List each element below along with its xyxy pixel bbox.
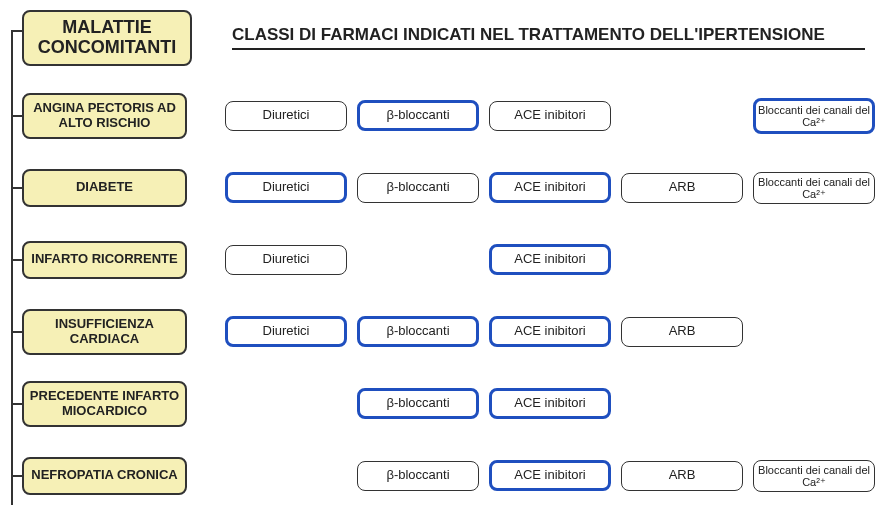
empty-cell xyxy=(621,389,743,419)
drug-ace_inibitori: ACE inibitori xyxy=(489,316,611,346)
drug-ace_inibitori: ACE inibitori xyxy=(489,244,611,274)
drug-arb: ARB xyxy=(621,317,743,347)
drug-ace_inibitori: ACE inibitori xyxy=(489,101,611,131)
drug-row: β-bloccantiACE inibitori xyxy=(225,388,875,418)
empty-cell xyxy=(753,317,875,347)
drug-ace_inibitori: ACE inibitori xyxy=(489,460,611,490)
condition-row: ANGINA PECTORIS AD ALTO RISCHIODiuretici… xyxy=(0,80,875,152)
drug-beta_bloccanti: β-bloccanti xyxy=(357,316,479,346)
empty-cell xyxy=(357,245,479,275)
drug-ca_bloccanti: Bloccanti dei canali del Ca²⁺ xyxy=(753,98,875,134)
condition-label: INFARTO RICORRENTE xyxy=(22,241,187,279)
empty-cell xyxy=(753,245,875,275)
drug-beta_bloccanti: β-bloccanti xyxy=(357,100,479,130)
connector xyxy=(11,259,23,261)
connector xyxy=(11,331,23,333)
empty-cell xyxy=(753,389,875,419)
drug-row: Diureticiβ-bloccantiACE inibitoriBloccan… xyxy=(225,98,875,134)
connector xyxy=(11,187,23,189)
drug-row: Diureticiβ-bloccantiACE inibitoriARB xyxy=(225,316,875,346)
drug-beta_bloccanti: β-bloccanti xyxy=(357,173,479,203)
drug-row: DiureticiACE inibitori xyxy=(225,244,875,274)
condition-row: DIABETEDiureticiβ-bloccantiACE inibitori… xyxy=(0,152,875,224)
condition-label: INSUFFICIENZA CARDIACA xyxy=(22,309,187,355)
empty-cell xyxy=(621,101,743,131)
empty-cell xyxy=(225,461,347,491)
drug-beta_bloccanti: β-bloccanti xyxy=(357,461,479,491)
drug-arb: ARB xyxy=(621,173,743,203)
condition-row: PRECEDENTE INFARTO MIOCARDICOβ-bloccanti… xyxy=(0,368,875,440)
drug-diuretici: Diuretici xyxy=(225,172,347,202)
header-row: MALATTIE CONCOMITANTI CLASSI DI FARMACI … xyxy=(0,0,875,80)
condition-row: INFARTO RICORRENTEDiureticiACE inibitori xyxy=(0,224,875,296)
condition-label: ANGINA PECTORIS AD ALTO RISCHIO xyxy=(22,93,187,139)
header-box: MALATTIE CONCOMITANTI xyxy=(22,10,192,66)
drug-diuretici: Diuretici xyxy=(225,101,347,131)
drug-row: β-bloccantiACE inibitoriARBBloccanti dei… xyxy=(225,460,875,492)
drug-ace_inibitori: ACE inibitori xyxy=(489,388,611,418)
drug-beta_bloccanti: β-bloccanti xyxy=(357,388,479,418)
drug-arb: ARB xyxy=(621,461,743,491)
condition-label: NEFROPATIA CRONICA xyxy=(22,457,187,495)
empty-cell xyxy=(621,245,743,275)
condition-row: INSUFFICIENZA CARDIACADiureticiβ-bloccan… xyxy=(0,296,875,368)
header-title: CLASSI DI FARMACI INDICATI NEL TRATTAMEN… xyxy=(232,25,865,50)
drug-row: Diureticiβ-bloccantiACE inibitoriARBBloc… xyxy=(225,172,875,204)
drug-diuretici: Diuretici xyxy=(225,316,347,346)
drug-ca_bloccanti: Bloccanti dei canali del Ca²⁺ xyxy=(753,460,875,492)
condition-row: NEFROPATIA CRONICAβ-bloccantiACE inibito… xyxy=(0,440,875,512)
empty-cell xyxy=(225,389,347,419)
drug-ace_inibitori: ACE inibitori xyxy=(489,172,611,202)
connector xyxy=(11,475,23,477)
condition-label: PRECEDENTE INFARTO MIOCARDICO xyxy=(22,381,187,427)
connector xyxy=(11,115,23,117)
connector xyxy=(11,403,23,405)
drug-diuretici: Diuretici xyxy=(225,245,347,275)
condition-label: DIABETE xyxy=(22,169,187,207)
drug-ca_bloccanti: Bloccanti dei canali del Ca²⁺ xyxy=(753,172,875,204)
